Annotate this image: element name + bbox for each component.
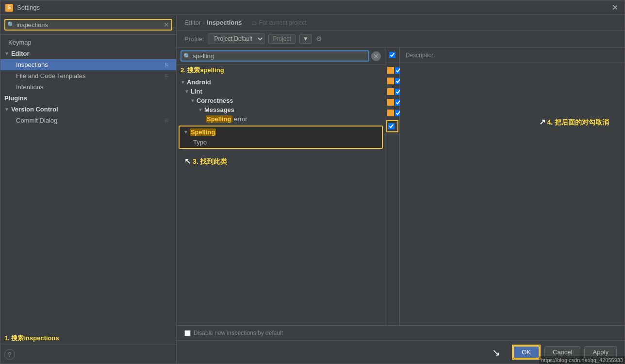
profile-label: Profile:	[184, 35, 204, 43]
color-block-3	[387, 88, 394, 95]
lint-label: Lint	[191, 88, 202, 95]
gear-button[interactable]: ⚙	[316, 35, 322, 43]
sidebar-bottom: ?	[0, 345, 176, 364]
app-icon: S	[5, 4, 13, 12]
copy-icon: ⎘	[165, 62, 168, 68]
intentions-label: Intentions	[16, 83, 43, 91]
file-code-templates-label: File and Code Templates	[16, 72, 86, 79]
help-button[interactable]: ?	[4, 349, 15, 360]
profile-tag: Project	[268, 34, 295, 44]
description-panel: Description ↗ 4. 把后面的对勾取消	[400, 47, 625, 325]
sidebar: 🔍 ✕ Keymap ▼ Editor Inspections	[0, 15, 177, 364]
description-content: ↗ 4. 把后面的对勾取消	[400, 63, 625, 325]
spelling-category-label: Spelling	[190, 128, 216, 136]
sidebar-search-bar: 🔍 ✕	[0, 15, 176, 35]
url-watermark: https://blog.csdn.net/qq_42055933	[539, 356, 625, 364]
editor-label: Editor	[11, 50, 30, 57]
project-icon: 🗂	[252, 20, 257, 26]
sidebar-item-commit-dialog[interactable]: Commit Dialog ⎘	[0, 115, 176, 126]
step4-annotation: ↗ 4. 把后面的对勾取消	[406, 117, 619, 127]
tree-item-spelling-error[interactable]: Spelling error	[177, 114, 385, 124]
checkboxes-column	[385, 47, 400, 325]
step2-annotation: 2. 搜索spelling	[177, 65, 385, 76]
sidebar-item-inspections[interactable]: Inspections ⎘	[0, 59, 176, 70]
sidebar-item-file-code-templates[interactable]: File and Code Templates ⎘	[0, 70, 176, 81]
color-block-2	[387, 78, 394, 84]
inspections-label: Inspections	[16, 61, 48, 68]
android-label: Android	[187, 79, 211, 86]
disable-checkbox-wrapper: Disable new inspections by default	[184, 330, 283, 336]
step3-annotation: ↖ 3. 找到此类	[177, 151, 385, 172]
step1-annotation: 1. 搜索inspections	[0, 332, 176, 345]
breadcrumb-project[interactable]: 🗂 For current project	[252, 19, 307, 26]
checkbox-row-1	[385, 65, 399, 76]
inspection-search-icon: 🔍	[183, 53, 191, 60]
inspection-search-input[interactable]	[193, 52, 366, 60]
window-title: Settings	[17, 4, 610, 11]
sidebar-item-keymap[interactable]: Keymap	[0, 37, 176, 48]
sidebar-item-version-control[interactable]: ▼ Version Control	[0, 104, 176, 115]
inspections-bottom: Disable new inspections by default	[177, 325, 625, 340]
inspection-search-bar: 🔍 ✕	[177, 47, 385, 65]
editor-arrow: ▼	[4, 51, 9, 56]
highlighted-checkbox-row	[386, 120, 398, 132]
tree-item-android[interactable]: ▼ Android	[177, 78, 385, 87]
correctness-arrow: ▼	[190, 98, 195, 103]
highlighted-checkbox[interactable]	[388, 123, 395, 129]
tree-content: ▼ Android ▼ Lint ▼ Correctness	[177, 76, 385, 325]
inspection-tree: 🔍 ✕ 2. 搜索spelling ▼	[177, 47, 385, 325]
android-arrow: ▼	[181, 79, 185, 85]
header-checkbox[interactable]	[389, 52, 395, 58]
tree-item-typo[interactable]: Typo	[180, 138, 382, 148]
sidebar-search-clear-icon[interactable]: ✕	[164, 21, 169, 29]
step4-arrow: ↗	[539, 118, 545, 126]
inspections-top: 🔍 ✕ 2. 搜索spelling ▼	[177, 47, 625, 325]
plugins-label: Plugins	[4, 95, 27, 102]
correctness-label: Correctness	[197, 97, 233, 104]
sidebar-item-editor[interactable]: ▼ Editor	[0, 48, 176, 59]
checkbox-row-5	[385, 108, 399, 118]
sidebar-item-plugins[interactable]: Plugins	[0, 93, 176, 104]
tree-item-spelling[interactable]: ▼ Spelling	[180, 127, 382, 138]
search-icon: 🔍	[7, 21, 15, 28]
tree-item-correctness[interactable]: ▼ Correctness	[177, 96, 385, 105]
checkbox-row-4	[385, 97, 399, 108]
vc-arrow: ▼	[4, 107, 9, 112]
sidebar-search-wrapper: 🔍 ✕	[4, 19, 172, 31]
typo-label: Typo	[193, 139, 207, 146]
color-block-1	[387, 67, 394, 74]
checkbox-row-3	[385, 86, 399, 97]
sidebar-search-input[interactable]	[16, 21, 164, 29]
description-header: Description	[400, 47, 625, 63]
title-bar: S Settings ✕	[0, 0, 625, 15]
color-block-5	[387, 110, 394, 116]
inspection-search-clear[interactable]: ✕	[371, 51, 381, 61]
spelling-section: ▼ Spelling Typo	[179, 126, 383, 149]
tree-item-lint[interactable]: ▼ Lint	[177, 87, 385, 96]
lint-arrow: ▼	[184, 89, 189, 94]
breadcrumb-bar: Editor › Inspections 🗂 For current proje…	[177, 15, 625, 31]
ok-button-wrapper: OK	[512, 345, 541, 360]
copy-icon-2: ⎘	[165, 73, 168, 79]
breadcrumb-sep: ›	[203, 19, 205, 26]
ok-button[interactable]: OK	[513, 346, 540, 359]
profile-select[interactable]: Project Default	[208, 33, 264, 44]
spelling-highlight: Spelling	[206, 115, 232, 123]
breadcrumb-inspections: Inspections	[207, 19, 242, 26]
checkbox-header	[385, 47, 399, 63]
sidebar-item-intentions[interactable]: Intentions	[0, 81, 176, 93]
ok-arrow: ↘	[492, 347, 500, 358]
right-panel: Editor › Inspections 🗂 For current proje…	[177, 15, 625, 364]
commit-dialog-label: Commit Dialog	[16, 117, 57, 124]
inspection-search-wrapper: 🔍	[181, 50, 369, 62]
content-area: 🔍 ✕ Keymap ▼ Editor Inspections	[0, 15, 625, 364]
settings-dialog: S Settings ✕ 🔍 ✕ Keymap ▼ E	[0, 0, 625, 364]
spelling-error-label: Spelling error	[206, 115, 247, 123]
messages-label: Messages	[204, 106, 234, 113]
profile-dropdown-button[interactable]: ▼	[299, 34, 312, 44]
step3-arrow: ↖	[184, 157, 191, 165]
close-button[interactable]: ✕	[610, 3, 620, 13]
spelling-arrow: ▼	[183, 129, 188, 135]
disable-checkbox[interactable]	[184, 330, 191, 336]
tree-item-messages[interactable]: ▼ Messages	[177, 105, 385, 114]
